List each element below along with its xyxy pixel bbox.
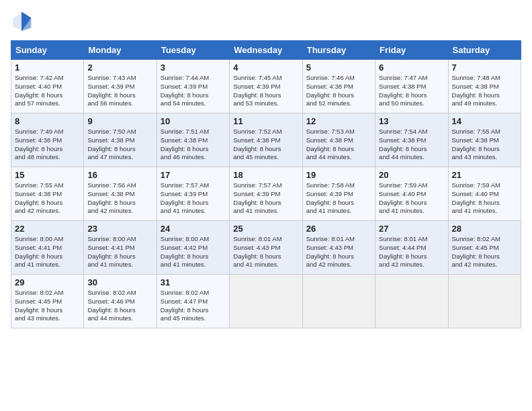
header-row: SundayMondayTuesdayWednesdayThursdayFrid… bbox=[11, 41, 521, 60]
day-info: Sunrise: 7:51 AMSunset: 4:38 PMDaylight:… bbox=[161, 128, 226, 162]
day-cell: 4Sunrise: 7:45 AMSunset: 4:39 PMDaylight… bbox=[230, 60, 302, 113]
header-cell-tuesday: Tuesday bbox=[157, 41, 229, 60]
day-info: Sunrise: 8:02 AMSunset: 4:47 PMDaylight:… bbox=[161, 289, 226, 323]
day-info: Sunrise: 7:59 AMSunset: 4:40 PMDaylight:… bbox=[379, 181, 444, 216]
day-number: 23 bbox=[87, 224, 152, 234]
day-number: 24 bbox=[161, 224, 226, 234]
day-number: 3 bbox=[161, 62, 226, 73]
calendar-header: SundayMondayTuesdayWednesdayThursdayFrid… bbox=[11, 41, 521, 60]
day-cell: 7Sunrise: 7:48 AMSunset: 4:38 PMDaylight… bbox=[448, 60, 521, 113]
day-number: 9 bbox=[87, 116, 152, 126]
day-cell: 14Sunrise: 7:55 AMSunset: 4:38 PMDayligh… bbox=[448, 113, 521, 167]
week-row-3: 15Sunrise: 7:55 AMSunset: 4:38 PMDayligh… bbox=[11, 167, 521, 221]
day-cell: 25Sunrise: 8:01 AMSunset: 4:43 PMDayligh… bbox=[230, 221, 302, 275]
calendar-table: SundayMondayTuesdayWednesdayThursdayFrid… bbox=[11, 40, 521, 328]
day-number: 19 bbox=[306, 170, 371, 180]
day-cell: 21Sunrise: 7:59 AMSunset: 4:40 PMDayligh… bbox=[448, 167, 521, 221]
day-cell: 5Sunrise: 7:46 AMSunset: 4:38 PMDaylight… bbox=[302, 60, 375, 113]
day-info: Sunrise: 8:01 AMSunset: 4:44 PMDaylight:… bbox=[379, 235, 444, 269]
day-info: Sunrise: 7:43 AMSunset: 4:39 PMDaylight:… bbox=[87, 74, 152, 108]
day-cell: 13Sunrise: 7:54 AMSunset: 4:38 PMDayligh… bbox=[375, 113, 448, 167]
day-cell: 18Sunrise: 7:57 AMSunset: 4:39 PMDayligh… bbox=[230, 167, 302, 221]
day-cell: 19Sunrise: 7:58 AMSunset: 4:39 PMDayligh… bbox=[302, 167, 375, 221]
day-cell: 30Sunrise: 8:02 AMSunset: 4:46 PMDayligh… bbox=[84, 275, 157, 328]
day-info: Sunrise: 8:00 AMSunset: 4:41 PMDaylight:… bbox=[87, 235, 152, 269]
day-number: 22 bbox=[15, 224, 80, 234]
day-cell: 22Sunrise: 8:00 AMSunset: 4:41 PMDayligh… bbox=[11, 221, 84, 275]
day-number: 18 bbox=[233, 170, 298, 180]
day-number: 16 bbox=[87, 170, 152, 180]
day-number: 6 bbox=[379, 62, 444, 73]
day-cell: 31Sunrise: 8:02 AMSunset: 4:47 PMDayligh… bbox=[157, 275, 229, 328]
day-info: Sunrise: 7:59 AMSunset: 4:40 PMDaylight:… bbox=[452, 181, 517, 216]
day-cell: 12Sunrise: 7:53 AMSunset: 4:38 PMDayligh… bbox=[302, 113, 375, 167]
day-info: Sunrise: 8:00 AMSunset: 4:42 PMDaylight:… bbox=[161, 235, 226, 269]
day-cell: 3Sunrise: 7:44 AMSunset: 4:39 PMDaylight… bbox=[157, 60, 229, 113]
day-cell: 24Sunrise: 8:00 AMSunset: 4:42 PMDayligh… bbox=[157, 221, 229, 275]
logo bbox=[11, 11, 35, 32]
day-info: Sunrise: 8:01 AMSunset: 4:43 PMDaylight:… bbox=[306, 235, 371, 269]
day-number: 26 bbox=[306, 224, 371, 234]
day-number: 10 bbox=[161, 116, 226, 126]
day-cell: 11Sunrise: 7:52 AMSunset: 4:38 PMDayligh… bbox=[230, 113, 302, 167]
header-cell-sunday: Sunday bbox=[11, 41, 84, 60]
day-number: 8 bbox=[15, 116, 80, 126]
day-cell bbox=[375, 275, 448, 328]
day-cell: 2Sunrise: 7:43 AMSunset: 4:39 PMDaylight… bbox=[84, 60, 157, 113]
week-row-2: 8Sunrise: 7:49 AMSunset: 4:38 PMDaylight… bbox=[11, 113, 521, 167]
day-cell: 28Sunrise: 8:02 AMSunset: 4:45 PMDayligh… bbox=[448, 221, 521, 275]
day-info: Sunrise: 7:55 AMSunset: 4:38 PMDaylight:… bbox=[452, 128, 517, 162]
day-number: 14 bbox=[452, 116, 517, 126]
week-row-4: 22Sunrise: 8:00 AMSunset: 4:41 PMDayligh… bbox=[11, 221, 521, 275]
header-cell-friday: Friday bbox=[375, 41, 448, 60]
calendar-body: 1Sunrise: 7:42 AMSunset: 4:40 PMDaylight… bbox=[11, 60, 521, 328]
day-number: 28 bbox=[452, 224, 517, 234]
day-number: 2 bbox=[87, 62, 152, 73]
day-info: Sunrise: 7:58 AMSunset: 4:39 PMDaylight:… bbox=[306, 181, 371, 216]
day-info: Sunrise: 8:02 AMSunset: 4:45 PMDaylight:… bbox=[15, 289, 80, 323]
day-info: Sunrise: 7:56 AMSunset: 4:38 PMDaylight:… bbox=[87, 181, 152, 216]
day-info: Sunrise: 7:54 AMSunset: 4:38 PMDaylight:… bbox=[379, 128, 444, 162]
day-info: Sunrise: 7:57 AMSunset: 4:39 PMDaylight:… bbox=[233, 181, 298, 216]
day-info: Sunrise: 7:48 AMSunset: 4:38 PMDaylight:… bbox=[452, 74, 517, 108]
day-info: Sunrise: 8:00 AMSunset: 4:41 PMDaylight:… bbox=[15, 235, 80, 269]
day-cell: 6Sunrise: 7:47 AMSunset: 4:38 PMDaylight… bbox=[375, 60, 448, 113]
day-info: Sunrise: 8:02 AMSunset: 4:45 PMDaylight:… bbox=[452, 235, 517, 269]
day-number: 25 bbox=[233, 224, 298, 234]
day-cell: 8Sunrise: 7:49 AMSunset: 4:38 PMDaylight… bbox=[11, 113, 84, 167]
header-cell-thursday: Thursday bbox=[302, 41, 375, 60]
day-cell bbox=[302, 275, 375, 328]
day-info: Sunrise: 7:53 AMSunset: 4:38 PMDaylight:… bbox=[306, 128, 371, 162]
week-row-5: 29Sunrise: 8:02 AMSunset: 4:45 PMDayligh… bbox=[11, 275, 521, 328]
day-number: 17 bbox=[161, 170, 226, 180]
day-cell: 10Sunrise: 7:51 AMSunset: 4:38 PMDayligh… bbox=[157, 113, 229, 167]
day-info: Sunrise: 7:57 AMSunset: 4:39 PMDaylight:… bbox=[161, 181, 226, 216]
day-number: 30 bbox=[87, 277, 152, 287]
day-info: Sunrise: 7:55 AMSunset: 4:38 PMDaylight:… bbox=[15, 181, 80, 216]
header-cell-monday: Monday bbox=[84, 41, 157, 60]
logo-icon bbox=[11, 11, 32, 32]
day-number: 15 bbox=[15, 170, 80, 180]
day-number: 29 bbox=[15, 277, 80, 287]
day-number: 1 bbox=[15, 62, 80, 73]
day-info: Sunrise: 7:45 AMSunset: 4:39 PMDaylight:… bbox=[233, 74, 298, 108]
day-cell: 1Sunrise: 7:42 AMSunset: 4:40 PMDaylight… bbox=[11, 60, 84, 113]
header-cell-saturday: Saturday bbox=[448, 41, 521, 60]
week-row-1: 1Sunrise: 7:42 AMSunset: 4:40 PMDaylight… bbox=[11, 60, 521, 113]
day-cell: 29Sunrise: 8:02 AMSunset: 4:45 PMDayligh… bbox=[11, 275, 84, 328]
day-info: Sunrise: 7:44 AMSunset: 4:39 PMDaylight:… bbox=[161, 74, 226, 108]
day-cell: 17Sunrise: 7:57 AMSunset: 4:39 PMDayligh… bbox=[157, 167, 229, 221]
header bbox=[11, 11, 521, 32]
day-cell: 20Sunrise: 7:59 AMSunset: 4:40 PMDayligh… bbox=[375, 167, 448, 221]
day-info: Sunrise: 8:02 AMSunset: 4:46 PMDaylight:… bbox=[87, 289, 152, 323]
day-number: 27 bbox=[379, 224, 444, 234]
day-info: Sunrise: 7:47 AMSunset: 4:38 PMDaylight:… bbox=[379, 74, 444, 108]
day-number: 21 bbox=[452, 170, 517, 180]
day-cell: 27Sunrise: 8:01 AMSunset: 4:44 PMDayligh… bbox=[375, 221, 448, 275]
day-number: 31 bbox=[161, 277, 226, 287]
day-number: 12 bbox=[306, 116, 371, 126]
day-cell: 23Sunrise: 8:00 AMSunset: 4:41 PMDayligh… bbox=[84, 221, 157, 275]
day-cell bbox=[230, 275, 302, 328]
day-number: 7 bbox=[452, 62, 517, 73]
day-cell: 16Sunrise: 7:56 AMSunset: 4:38 PMDayligh… bbox=[84, 167, 157, 221]
